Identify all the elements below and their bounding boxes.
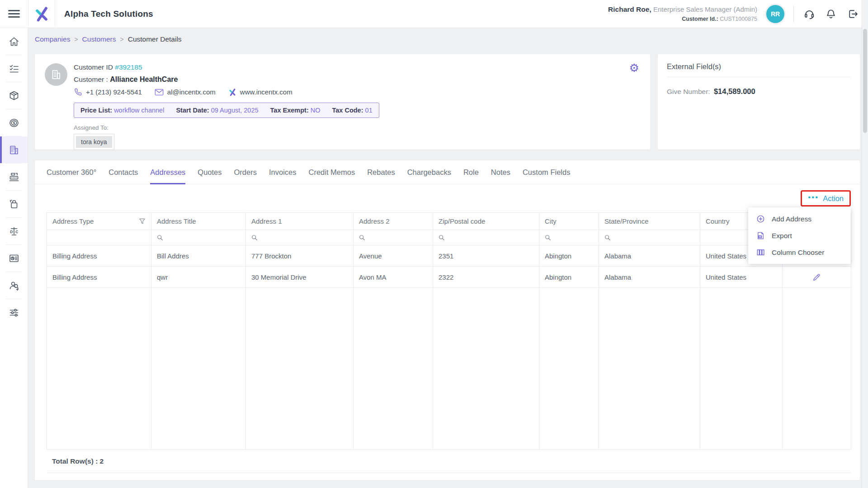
menu-item-column-chooser[interactable]: Column Chooser — [748, 244, 851, 261]
sliders-icon — [8, 307, 20, 319]
column-header-address-type[interactable]: Address Type — [47, 213, 151, 230]
sidebar-item-tasks[interactable] — [0, 55, 28, 82]
tab-credit-memos[interactable]: Credit Memos — [309, 168, 355, 184]
column-header-label: Address 1 — [251, 217, 282, 225]
menu-item-add-address[interactable]: Add Address — [748, 211, 851, 227]
customer-website[interactable]: www.incentx.com — [228, 88, 292, 96]
sidebar-item-reports[interactable] — [0, 245, 28, 272]
action-button-label: Action — [823, 194, 844, 203]
sidebar-item-compliance[interactable]: D C — [0, 218, 28, 244]
filter-cell-address-1[interactable] — [246, 230, 354, 245]
filter-cell-address-2[interactable] — [354, 230, 433, 245]
filter-cell-address-type[interactable] — [47, 230, 151, 245]
column-header-label: State/Province — [604, 217, 649, 225]
breadcrumb-customers[interactable]: Customers — [82, 35, 116, 43]
customer-name-line: Customer : Alliance HealthCare — [74, 75, 379, 84]
tax-exempt-label: Tax Exempt: — [270, 107, 309, 114]
tab-contacts[interactable]: Contacts — [108, 168, 138, 184]
svg-text:$: $ — [13, 121, 15, 125]
sidebar-item-products[interactable] — [0, 82, 28, 109]
filter-cell-city[interactable] — [539, 230, 599, 245]
customer-id-label: Customer Id.: — [682, 16, 718, 22]
empty-grid-cell — [151, 288, 246, 450]
logout-icon[interactable] — [846, 8, 859, 20]
tab-role[interactable]: Role — [463, 168, 479, 184]
notifications-bell-icon[interactable] — [825, 8, 837, 20]
sidebar-item-billing[interactable] — [0, 164, 28, 190]
column-header-city[interactable]: City — [539, 213, 599, 230]
external-fields-card: External Field(s) Give Number: $14,589.0… — [658, 54, 860, 150]
empty-grid-cell — [599, 288, 700, 450]
sidebar-item-home[interactable] — [0, 28, 28, 55]
filter-cell-state[interactable] — [599, 230, 700, 245]
empty-grid-cell — [783, 288, 851, 450]
scrollbar-thumb[interactable] — [863, 29, 867, 133]
column-header-address-2[interactable]: Address 2 — [354, 213, 433, 230]
column-header-label: Country — [706, 217, 730, 225]
table-row-actions — [783, 267, 851, 288]
tab-quotes[interactable]: Quotes — [198, 168, 222, 184]
tab-rebates[interactable]: Rebates — [367, 168, 395, 184]
app-title: Alpha Tech Solutions — [64, 9, 153, 19]
sidebar-item-settings[interactable] — [0, 299, 28, 326]
company-avatar — [45, 63, 67, 86]
assigned-to-label: Assigned To: — [74, 124, 379, 131]
tab-orders[interactable]: Orders — [234, 168, 257, 184]
empty-grid-cell — [47, 288, 151, 450]
filter-cell-zip[interactable] — [433, 230, 539, 245]
tab-chargebacks[interactable]: Chargebacks — [407, 168, 451, 184]
report-chart-icon — [8, 253, 20, 264]
add-circle-icon — [756, 215, 765, 223]
customer-id-link[interactable]: #392185 — [115, 63, 142, 71]
tab-custom-fields[interactable]: Custom Fields — [523, 168, 570, 184]
menu-item-label: Add Address — [772, 215, 811, 223]
menu-item-export[interactable]: XLS Export — [748, 227, 851, 244]
user-role: Enterprise Sales Manager (Admin) — [653, 5, 757, 13]
coin-dollar-icon: $ — [8, 117, 20, 129]
action-button[interactable]: ••• Action — [801, 190, 851, 206]
customer-name: Alliance HealthCare — [110, 75, 178, 83]
filter-funnel-icon[interactable] — [139, 218, 146, 225]
table-row-cell: 30 Memorial Drive — [246, 267, 354, 288]
table-row-cell: 2351 — [433, 245, 539, 267]
sidebar-item-companies[interactable] — [0, 136, 28, 163]
table-row-cell: Billing Address — [47, 267, 151, 288]
sidebar-item-purchases[interactable] — [0, 191, 28, 217]
user-name: Richard Roe, — [608, 5, 651, 13]
add-user-icon — [8, 280, 20, 291]
edit-pencil-icon[interactable] — [812, 273, 821, 282]
customer-phone[interactable]: +1 (213) 924-5541 — [74, 88, 142, 96]
column-header-zip[interactable]: Zip/Postal code — [433, 213, 539, 230]
hamburger-menu-icon[interactable] — [0, 0, 28, 28]
tab-notes[interactable]: Notes — [491, 168, 510, 184]
column-header-address-title[interactable]: Address Title — [151, 213, 246, 230]
support-headset-icon[interactable] — [803, 8, 816, 20]
column-header-label: Address Title — [157, 217, 196, 225]
breadcrumb-separator: > — [120, 36, 124, 43]
cash-register-icon — [8, 171, 20, 183]
column-header-state[interactable]: State/Province — [599, 213, 700, 230]
tab-customer-360[interactable]: Customer 360° — [47, 168, 96, 184]
customer-settings-gear-icon[interactable]: ⚙ — [629, 62, 639, 74]
empty-grid-cell — [354, 288, 433, 450]
table-row-cell: Alabama — [599, 267, 700, 288]
home-icon — [8, 36, 20, 47]
filter-cell-address-title[interactable] — [151, 230, 246, 245]
breadcrumb-current: Customer Details — [128, 35, 182, 43]
user-avatar[interactable]: RR — [766, 5, 784, 23]
tab-invoices[interactable]: Invoices — [269, 168, 297, 184]
column-header-address-1[interactable]: Address 1 — [246, 213, 354, 230]
breadcrumb: Companies > Customers > Customer Details — [35, 35, 182, 43]
incentx-logo-icon[interactable] — [28, 0, 55, 28]
empty-grid-cell — [433, 288, 539, 450]
action-dropdown-menu: Add Address XLS Export Column Chooser — [748, 207, 851, 264]
tab-addresses[interactable]: Addresses — [150, 168, 185, 184]
table-row-cell: Avenue — [354, 245, 433, 267]
breadcrumb-companies[interactable]: Companies — [35, 35, 70, 43]
customer-email[interactable]: al@incentx.com — [155, 88, 216, 96]
incentx-mark-icon — [228, 88, 236, 96]
sidebar-item-customers[interactable] — [0, 272, 28, 299]
sidebar-item-pricing[interactable]: $ — [0, 109, 28, 136]
tab-bar: Customer 360° Contacts Addresses Quotes … — [35, 160, 860, 184]
page-scrollbar — [862, 0, 868, 488]
